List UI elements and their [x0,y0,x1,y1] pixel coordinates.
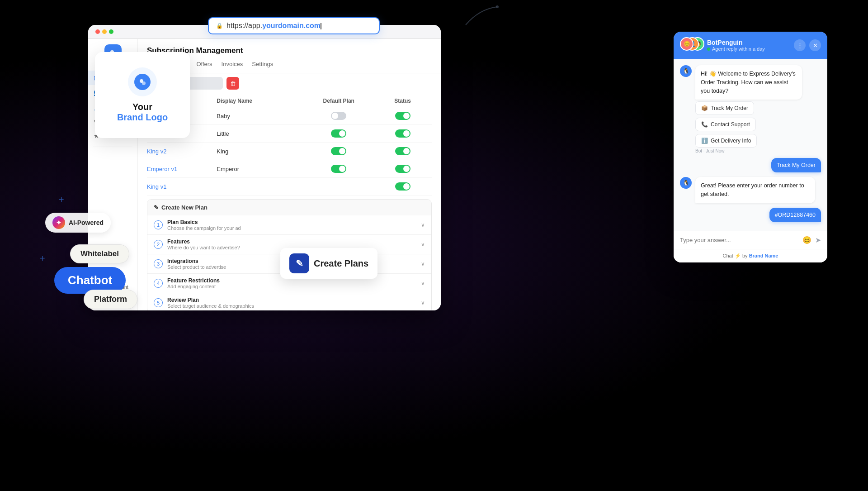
logo-icon-inner [134,74,151,90]
more-options-button[interactable]: ⋮ [794,39,806,51]
display-name: Emperor [217,166,304,172]
action-button-2[interactable] [187,77,223,90]
close-dot[interactable] [95,29,100,34]
plus-decoration-3: + [40,253,45,264]
step-title: Feature Restrictions [167,277,220,284]
bot-message-meta: Bot · Just Now [695,148,821,153]
step-number: 5 [154,298,163,307]
step-number: 1 [154,220,163,229]
status-toggle[interactable] [373,112,432,120]
bot-welcome-message: Hi! 👋 Welcome to Express Delivery's Orde… [695,65,802,100]
bot-status-text: Agent reply within a day [712,46,765,52]
step-title: Integrations [167,258,226,264]
info-icon: ℹ️ [701,138,708,144]
expand-icon[interactable]: ∨ [421,222,425,228]
address-bar[interactable]: 🔒 https://app.yourdomain.com [208,17,380,34]
chat-footer-by: by [742,253,748,258]
step-info: Review Plan Select target audience & dem… [167,297,254,309]
step-info: Integrations Select product to advertise [167,258,226,270]
plan-step-1[interactable]: 1 Plan Basics Choose the campaign for yo… [147,215,431,235]
lock-icon: 🔒 [216,23,223,29]
create-plan-title: Create New Plan [161,204,208,211]
track-label: Track My Order [711,105,748,111]
table-row: King v1 [147,178,432,195]
plan-name: Emperor v1 [147,166,217,172]
bot-followup-message: Great! Please enter your order number to… [695,177,815,203]
step-number: 4 [154,279,163,288]
contact-support-option[interactable]: 📞 Contact Support [695,118,756,131]
send-icon[interactable]: ➤ [815,236,821,244]
col-header-status: Status [373,98,432,104]
logo-card: Your Brand Logo [95,52,190,138]
bot-status: Agent reply within a day [707,46,789,52]
step-number: 2 [154,240,163,249]
step-desc: Add engaging content [167,284,220,289]
chat-input-icons: 😊 ➤ [802,236,821,244]
default-toggle[interactable] [304,147,373,155]
user-message-1: Track My Order [771,158,821,172]
table-row: Emperor v1 Emperor [147,160,432,178]
step-number: 3 [154,259,163,268]
svg-point-4 [142,81,146,85]
plus-decoration-1: + [59,195,64,205]
display-name: King [217,148,304,155]
chat-footer: Chat ⚡ by Brand Name [674,249,827,262]
status-toggle[interactable] [373,165,432,173]
status-dot [707,48,710,51]
emoji-icon[interactable]: 😊 [802,236,811,244]
status-toggle[interactable] [373,129,432,138]
plan-name: King v1 [147,183,217,190]
close-chat-button[interactable]: ✕ [809,39,821,51]
tab-settings[interactable]: Settings [252,61,273,73]
chat-footer-chat: Chat [723,253,733,258]
address-bar-container: 🔒 https://app.yourdomain.com [208,17,380,34]
ai-icon: ✦ [52,216,65,229]
default-toggle[interactable] [304,112,373,120]
chat-avatars: 😊 👤 🧑 [680,37,703,53]
plan-step-5[interactable]: 5 Review Plan Select target audience & d… [147,293,431,310]
minimize-dot[interactable] [102,29,107,34]
chat-footer-lightning: ⚡ [735,253,742,258]
delivery-info-option[interactable]: ℹ️ Get Delivery Info [695,134,757,148]
expand-icon[interactable]: ∨ [421,261,425,267]
create-plans-icon: ✎ [289,253,309,273]
default-toggle[interactable] [304,129,373,138]
status-toggle[interactable] [373,182,432,191]
user-message-container-2: #ORD12887460 [680,208,821,222]
phone-icon: 📞 [701,121,708,128]
default-toggle[interactable] [304,165,373,173]
chat-header-info: BotPenguin Agent reply within a day [707,39,789,52]
track-icon: 📦 [701,105,708,111]
plan-name: King v2 [147,148,217,155]
col-header-display: Display Name [217,98,304,104]
create-plan-header[interactable]: ✎ Create New Plan [147,200,431,215]
maximize-dot[interactable] [109,29,113,34]
delivery-label: Get Delivery Info [711,138,751,144]
tab-offers[interactable]: Offers [196,61,212,73]
expand-icon[interactable]: ∨ [421,280,425,286]
step-info: Features Where do you want to advertise? [167,238,240,250]
step-desc: Select product to advertise [167,264,226,270]
chat-body: 🐧 Hi! 👋 Welcome to Express Delivery's Or… [674,59,827,231]
user-message-container-1: Track My Order [680,158,821,172]
expand-icon[interactable]: ∨ [421,241,425,248]
table-row: King v2 King [147,143,432,160]
chat-input-area: 😊 ➤ [674,231,827,249]
chat-avatar-1: 😊 [680,37,693,51]
tab-invoices[interactable]: Invoices [222,61,243,73]
sidebar-divider [93,147,132,147]
user-message-2: #ORD12887460 [769,208,821,222]
chat-widget: 😊 👤 🧑 BotPenguin Agent reply within a da… [674,32,827,262]
delete-button[interactable]: 🗑 [226,77,239,90]
step-info: Feature Restrictions Add engaging conten… [167,277,220,289]
chat-input[interactable] [680,237,799,243]
expand-icon[interactable]: ∨ [421,300,425,306]
logo-title: Your [132,102,152,112]
logo-subtitle: Brand Logo [117,112,168,123]
bot-avatar-small: 🐧 [680,65,692,77]
status-toggle[interactable] [373,147,432,155]
platform-label: Platform [84,290,137,309]
ai-powered-badge: ✦ AI-Powered [45,213,111,233]
track-order-option[interactable]: 📦 Track My Order [695,101,754,115]
text-cursor [321,23,321,29]
